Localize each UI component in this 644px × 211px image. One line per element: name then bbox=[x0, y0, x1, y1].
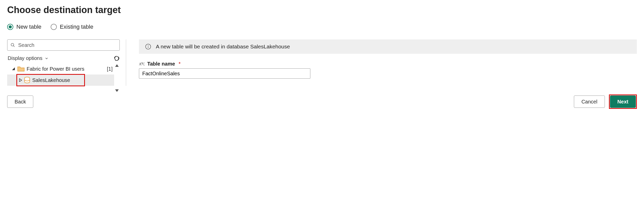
caret-collapsed-icon bbox=[19, 78, 22, 82]
radio-existing-table[interactable]: Existing table bbox=[51, 24, 93, 30]
chevron-down-icon bbox=[45, 56, 49, 60]
table-name-label: Table name bbox=[147, 61, 175, 67]
svg-point-8 bbox=[148, 45, 148, 46]
caret-expanded-icon bbox=[12, 67, 15, 71]
radio-circle-icon bbox=[7, 24, 13, 30]
folder-icon bbox=[17, 66, 25, 72]
destination-tree-pane: Display options bbox=[7, 39, 120, 86]
radio-circle-icon bbox=[51, 24, 57, 30]
tree-node-workspace-label: Fabric for Power BI users bbox=[27, 66, 84, 72]
search-box[interactable] bbox=[7, 39, 120, 51]
tree-scrollbar[interactable] bbox=[115, 64, 119, 92]
table-mode-radio-group: New table Existing table bbox=[7, 24, 637, 30]
info-icon bbox=[145, 44, 151, 50]
svg-line-1 bbox=[13, 46, 15, 47]
radio-new-table-label: New table bbox=[16, 24, 41, 30]
destination-details-pane: A new table will be created in database … bbox=[132, 39, 637, 86]
radio-new-table[interactable]: New table bbox=[7, 24, 41, 30]
display-options-dropdown[interactable]: Display options bbox=[8, 55, 49, 61]
scroll-up-icon bbox=[115, 64, 119, 67]
cancel-button[interactable]: Cancel bbox=[574, 96, 605, 108]
next-button[interactable]: Next bbox=[610, 96, 636, 108]
refresh-button[interactable] bbox=[114, 56, 119, 61]
required-asterisk: * bbox=[179, 61, 181, 67]
info-banner-text: A new table will be created in database … bbox=[156, 44, 290, 50]
back-button[interactable]: Back bbox=[7, 96, 33, 108]
pane-divider bbox=[126, 39, 126, 86]
svg-marker-3 bbox=[115, 89, 119, 92]
display-options-label: Display options bbox=[8, 55, 42, 61]
scroll-down-icon bbox=[115, 89, 119, 92]
svg-point-0 bbox=[11, 43, 14, 46]
tree-node-workspace[interactable]: Fabric for Power BI users [1] bbox=[7, 63, 114, 75]
svg-marker-2 bbox=[115, 64, 119, 67]
table-name-input[interactable] bbox=[139, 68, 310, 79]
radio-existing-table-label: Existing table bbox=[60, 24, 93, 30]
destination-tree: Fabric for Power BI users [1] bbox=[7, 63, 120, 86]
svg-marker-4 bbox=[12, 67, 15, 70]
info-banner: A new table will be created in database … bbox=[139, 39, 637, 54]
text-type-icon: ABC bbox=[139, 62, 145, 66]
tree-node-lakehouse[interactable]: SalesLakehouse bbox=[7, 75, 114, 86]
table-name-label-row: ABC Table name * bbox=[139, 61, 637, 67]
search-input[interactable] bbox=[18, 42, 116, 48]
tree-node-lakehouse-label: SalesLakehouse bbox=[32, 77, 70, 83]
database-icon bbox=[24, 77, 30, 83]
page-title: Choose destination target bbox=[7, 5, 637, 15]
tree-node-workspace-count: [1] bbox=[107, 66, 114, 72]
wizard-footer: Back Cancel Next bbox=[7, 94, 637, 109]
svg-marker-5 bbox=[19, 79, 22, 82]
search-icon bbox=[10, 43, 15, 47]
